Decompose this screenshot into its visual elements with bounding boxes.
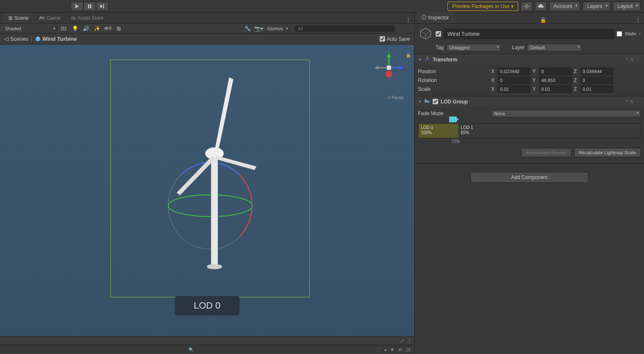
- position-y-input[interactable]: [539, 68, 572, 75]
- scale-z-input[interactable]: [580, 85, 613, 93]
- prefab-icon: [35, 36, 41, 42]
- recalculate-lightmap-button[interactable]: Recalculate Lightmap Scale: [574, 148, 641, 157]
- rotation-label: Rotation: [418, 77, 490, 83]
- static-checkbox[interactable]: [617, 31, 622, 37]
- svg-point-25: [207, 264, 222, 269]
- star-icon[interactable]: ★: [390, 347, 394, 352]
- tab-asset-store[interactable]: 🛍Asset Store: [66, 13, 109, 23]
- layout-dropdown[interactable]: Layout: [613, 2, 641, 11]
- lodgroup-enabled-checkbox[interactable]: [433, 99, 438, 104]
- search-icon[interactable]: 🔍: [189, 347, 194, 352]
- breadcrumb-scenes[interactable]: ◁Scenes: [4, 36, 28, 42]
- svg-point-3: [525, 5, 528, 8]
- svg-rect-37: [387, 66, 391, 70]
- play-button[interactable]: [71, 2, 83, 11]
- tab-scene[interactable]: ⊞Scene: [3, 13, 34, 23]
- cloud-icon[interactable]: [535, 2, 547, 11]
- fade-mode-dropdown[interactable]: None: [491, 110, 641, 117]
- account-dropdown[interactable]: Account: [549, 2, 580, 11]
- tools-icon[interactable]: 🔧: [243, 24, 253, 33]
- shading-mode-dropdown[interactable]: Shaded: [3, 25, 57, 32]
- scale-x-input[interactable]: [498, 85, 531, 93]
- menu-icon[interactable]: ⋮: [636, 57, 641, 62]
- transform-title: Transform: [433, 57, 623, 63]
- inspector-lock-icon[interactable]: 🔓: [538, 17, 549, 23]
- scene-toolbar: Shaded 2D 💡 🔊 ✨ 👁0 ⊞ 🔧 📷▾ Gizmos: [0, 24, 414, 34]
- hidden-count-label: 26: [406, 347, 411, 352]
- layer-dropdown[interactable]: Default: [527, 44, 582, 51]
- lighting-icon[interactable]: 💡: [70, 24, 80, 33]
- object-header: Static ▾ Tag Untagged Layer Default: [415, 24, 644, 54]
- store-icon: 🛍: [71, 15, 76, 21]
- info-icon: ⓘ: [421, 14, 426, 21]
- scene-icon: ⊞: [8, 15, 13, 21]
- tag-dropdown[interactable]: Untagged: [446, 44, 501, 51]
- svg-rect-41: [425, 99, 426, 103]
- tab-game[interactable]: 🎮Game: [34, 13, 66, 23]
- object-name-input[interactable]: [444, 29, 614, 39]
- svg-text:z: z: [405, 63, 406, 68]
- tab-options-icon[interactable]: ⋮: [402, 17, 414, 23]
- breadcrumb-object[interactable]: Wind Turbine: [35, 36, 77, 42]
- rotation-y-input[interactable]: [539, 77, 572, 84]
- expand-arrow-icon: ▼: [418, 100, 422, 104]
- scene-viewport[interactable]: y z x 🔓 ≡ Persp LOD 0: [0, 45, 414, 336]
- collab-icon[interactable]: [521, 2, 532, 11]
- preset-icon[interactable]: ⎘: [631, 57, 633, 62]
- help-icon[interactable]: ?: [625, 99, 628, 104]
- static-label: Static: [625, 31, 636, 36]
- object-enabled-checkbox[interactable]: [436, 31, 441, 37]
- expand-icon[interactable]: ⤢: [400, 338, 404, 344]
- lodgroup-component: ▼ LOD Group ?⎘⋮ Fade Mode None LOD 0100%…: [415, 96, 644, 164]
- position-x-input[interactable]: [498, 68, 531, 75]
- visibility-icon[interactable]: 👁: [398, 347, 402, 352]
- layers-dropdown[interactable]: Layers: [583, 2, 610, 11]
- step-button[interactable]: [96, 2, 109, 11]
- status-bar: 🔍 ⬚ ● ★ 👁 26: [0, 345, 414, 354]
- rotation-z-input[interactable]: [580, 77, 613, 84]
- lock-icon[interactable]: 🔓: [406, 53, 411, 58]
- add-component-button[interactable]: Add Component: [471, 172, 588, 183]
- audio-icon[interactable]: 🔊: [81, 24, 91, 33]
- help-icon[interactable]: ?: [625, 57, 628, 62]
- preset-icon[interactable]: ⎘: [631, 99, 633, 104]
- transform-header[interactable]: ▼ Transform ?⎘⋮: [415, 54, 644, 65]
- hierarchy-icon[interactable]: ⬚: [376, 347, 381, 352]
- lod1-segment[interactable]: LOD 165%: [458, 124, 640, 138]
- tab-inspector[interactable]: ⓘInspector: [416, 12, 454, 23]
- tab-scene-label: Scene: [14, 15, 29, 21]
- favorite-icon[interactable]: ●: [384, 347, 387, 352]
- position-z-input[interactable]: [580, 68, 613, 75]
- breadcrumb: ◁Scenes | Wind Turbine Auto Save: [0, 34, 414, 45]
- inspector-options-icon[interactable]: ⋮: [632, 17, 644, 23]
- lodgroup-header[interactable]: ▼ LOD Group ?⎘⋮: [415, 96, 644, 107]
- breadcrumb-scenes-label: Scenes: [10, 36, 28, 42]
- lod-bar[interactable]: LOD 0100% LOD 165%: [418, 123, 641, 138]
- svg-rect-1: [90, 4, 91, 8]
- lod-camera-icon[interactable]: [449, 116, 457, 122]
- hidden-objects-icon[interactable]: 👁0: [103, 24, 113, 33]
- grid-icon[interactable]: ⊞: [114, 24, 124, 33]
- scale-y-input[interactable]: [539, 85, 572, 93]
- scene-search-input[interactable]: [294, 25, 395, 32]
- scale-label: Scale: [418, 86, 490, 92]
- recalculate-bounds-button[interactable]: Recalculate Bounds: [521, 148, 572, 157]
- options-icon[interactable]: ⋮: [407, 338, 412, 344]
- auto-save-checkbox[interactable]: Auto Save: [380, 36, 410, 42]
- rotation-x-input[interactable]: [498, 77, 531, 84]
- perspective-label[interactable]: ≡ Persp: [388, 95, 404, 100]
- fx-icon[interactable]: ✨: [92, 24, 102, 33]
- lodgroup-title: LOD Group: [441, 99, 623, 105]
- orientation-gizmo[interactable]: y z x: [372, 51, 406, 85]
- auto-save-label: Auto Save: [387, 36, 410, 42]
- play-controls: [71, 2, 109, 11]
- pause-button[interactable]: [83, 2, 96, 11]
- 2d-toggle[interactable]: 2D: [58, 25, 69, 32]
- menu-icon[interactable]: ⋮: [636, 99, 641, 104]
- camera-icon[interactable]: 📷▾: [254, 24, 264, 33]
- tab-asset-store-label: Asset Store: [77, 15, 104, 21]
- gizmos-dropdown[interactable]: Gizmos: [265, 25, 290, 32]
- game-icon: 🎮: [39, 15, 45, 21]
- lod0-segment[interactable]: LOD 0100%: [418, 124, 458, 138]
- preview-packages-button[interactable]: Preview Packages in Use ▾: [447, 2, 518, 11]
